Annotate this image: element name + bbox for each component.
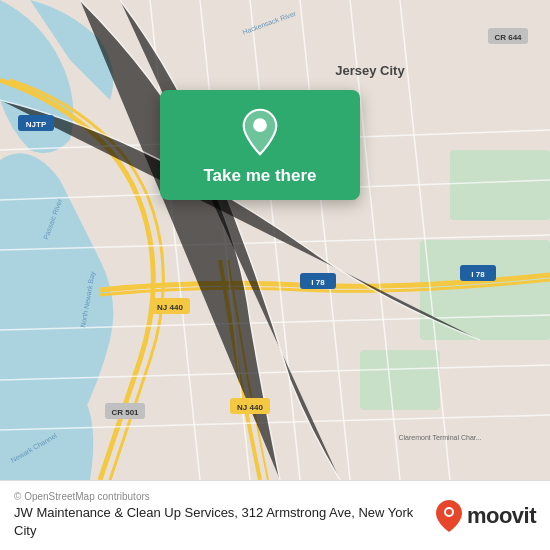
location-pin-icon [236,108,284,156]
moovit-logo: moovit [435,499,536,533]
map-container: NJTP I 78 I 78 NJ 440 NJ 440 CR 644 CR 5… [0,0,550,480]
svg-text:NJ 440: NJ 440 [157,303,183,312]
moovit-brand-text: moovit [467,503,536,529]
address-text: JW Maintenance & Clean Up Services, 312 … [14,504,425,540]
svg-text:Claremont Terminal Char...: Claremont Terminal Char... [398,434,481,441]
svg-rect-2 [360,350,440,410]
take-me-there-card[interactable]: Take me there [160,90,360,200]
map-background: NJTP I 78 I 78 NJ 440 NJ 440 CR 644 CR 5… [0,0,550,480]
bottom-bar: © OpenStreetMap contributors JW Maintena… [0,480,550,550]
svg-text:Jersey City: Jersey City [335,63,405,78]
svg-point-36 [253,118,267,132]
svg-text:CR 644: CR 644 [494,33,522,42]
svg-text:NJTP: NJTP [26,120,47,129]
osm-attribution: © OpenStreetMap contributors [14,491,425,502]
svg-text:NJ 440: NJ 440 [237,403,263,412]
svg-rect-3 [450,150,550,220]
svg-text:CR 501: CR 501 [111,408,139,417]
take-me-there-label: Take me there [203,166,316,186]
svg-text:I 78: I 78 [471,270,485,279]
moovit-pin-icon [435,499,463,533]
address-section: © OpenStreetMap contributors JW Maintena… [14,491,425,540]
svg-point-38 [446,509,452,515]
svg-text:I 78: I 78 [311,278,325,287]
